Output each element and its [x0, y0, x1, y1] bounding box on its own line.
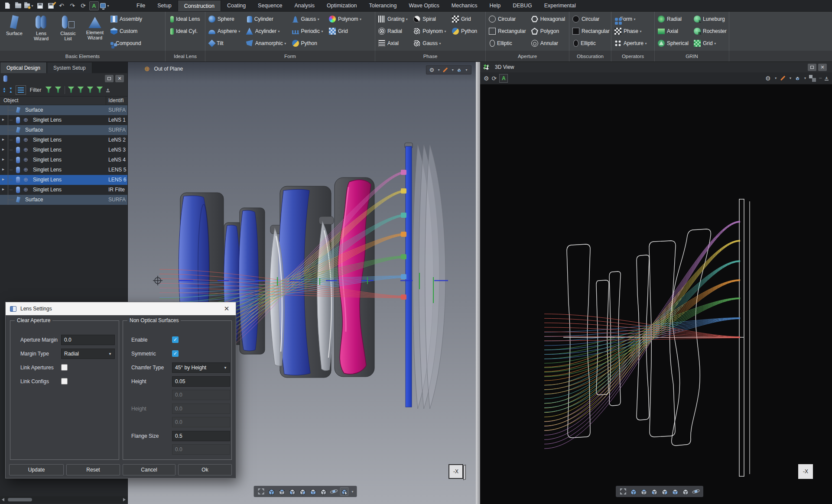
- tree-row-singlet-lens-lens-2[interactable]: ▸⊕Singlet LensLeNS 2: [0, 135, 127, 145]
- menu-item-setup[interactable]: Setup: [151, 0, 178, 11]
- ribbon-button-grin-luneburg[interactable]: Luneburg: [692, 13, 729, 25]
- ok-button[interactable]: Ok: [178, 464, 232, 475]
- view-cube-orbit-icon[interactable]: [329, 487, 338, 496]
- undo-icon[interactable]: ↶: [57, 1, 66, 10]
- reset-button[interactable]: Reset: [66, 464, 120, 475]
- link-apertures-checkbox[interactable]: [61, 364, 68, 371]
- ribbon-button-aperture-polygon[interactable]: Polygon: [529, 25, 568, 37]
- minimize-view-icon[interactable]: −: [819, 75, 822, 81]
- filter-plain-funnel-icon[interactable]: [97, 87, 103, 93]
- filter-comment-funnel-icon[interactable]: [55, 87, 62, 93]
- 3d-axis-orientation-cube[interactable]: -X: [798, 464, 813, 479]
- scroll-right-icon[interactable]: [121, 496, 127, 503]
- filter-clear-icon[interactable]: ▲: [106, 87, 110, 92]
- chevron-down-icon[interactable]: ▼: [405, 18, 408, 21]
- view-cube-select-icon[interactable]: [340, 487, 348, 496]
- aperture-margin-input[interactable]: [61, 335, 115, 345]
- view-cube-fit-icon[interactable]: [619, 487, 627, 496]
- menu-item-tolerancing[interactable]: Tolerancing: [363, 0, 403, 11]
- height-input[interactable]: [172, 376, 230, 387]
- chevron-down-icon[interactable]: ▼: [284, 42, 287, 45]
- ribbon-button-aperture-circular[interactable]: Circular: [487, 13, 529, 25]
- view-cube-top-icon[interactable]: [277, 487, 286, 496]
- view-cube-back-icon[interactable]: [319, 487, 328, 496]
- view-cube-right-icon[interactable]: [298, 487, 307, 496]
- ribbon-button-form-tilt[interactable]: Tilt: [206, 37, 244, 49]
- 3d-refresh-icon[interactable]: ⟳: [492, 75, 497, 81]
- ribbon-button-phase-grid[interactable]: Grid: [450, 13, 480, 25]
- chevron-down-icon[interactable]: ▼: [639, 30, 642, 33]
- tree-row-surface-surfa[interactable]: SurfaceSURFA: [0, 105, 127, 115]
- dialog-title-bar[interactable]: Lens Settings ✕: [6, 302, 236, 315]
- ribbon-button-form-python[interactable]: Python: [290, 37, 327, 49]
- filter-shape-funnel-icon[interactable]: [87, 87, 94, 93]
- ribbon-button-form-periodic[interactable]: Periodic▼: [290, 25, 327, 37]
- 3d-view-maximize-button[interactable]: [808, 64, 816, 71]
- chevron-down-icon[interactable]: ▼: [321, 30, 324, 33]
- ribbon-button-form-cylinder[interactable]: Cylinder: [244, 13, 290, 25]
- scroll-thumb[interactable]: [8, 498, 32, 501]
- menu-item-analysis[interactable]: Analysis: [288, 0, 321, 11]
- ribbon-button-grin-rochester[interactable]: Rochester: [692, 25, 729, 37]
- menu-item-construction[interactable]: Construction: [178, 0, 221, 11]
- 3d-settings-icon[interactable]: ⚙: [484, 75, 489, 81]
- ribbon-button-operators-phase[interactable]: Phase▼: [612, 25, 650, 37]
- menu-item-sequence[interactable]: Sequence: [252, 0, 288, 11]
- tree-row-singlet-lens-lens-4[interactable]: ▸⊕Singlet LensLeNS 4: [0, 155, 127, 165]
- expander-icon[interactable]: ▸: [2, 167, 4, 171]
- tree-row-singlet-lens-lens-3[interactable]: ▸⊕Singlet LensLeNS 3: [0, 145, 127, 155]
- chevron-down-icon[interactable]: ▼: [644, 42, 647, 45]
- ribbon-button-aperture-rectangular[interactable]: Rectangular: [487, 25, 529, 37]
- ribbon-button-phase-grating[interactable]: Grating▼: [376, 13, 411, 25]
- menu-item-mechanics[interactable]: Mechanics: [445, 0, 484, 11]
- ribbon-button-basic-elements-compound[interactable]: Compound: [108, 37, 145, 49]
- ribbon-button-classic-list[interactable]: Classic List: [55, 13, 81, 49]
- 3d-ray-style-icon[interactable]: [780, 76, 785, 81]
- menu-item-file[interactable]: File: [130, 0, 151, 11]
- view-cube-left-icon[interactable]: [650, 487, 659, 496]
- enable-checkbox[interactable]: ✓: [172, 336, 179, 343]
- open-recent-icon[interactable]: ▼: [24, 1, 34, 10]
- refresh-icon[interactable]: ⟳: [78, 1, 88, 10]
- ribbon-button-ideal-lens-ideal-lens[interactable]: Ideal Lens: [166, 13, 203, 25]
- save-icon[interactable]: [35, 1, 45, 10]
- ribbon-button-phase-spiral[interactable]: Spiral: [411, 13, 450, 25]
- chevron-down-icon[interactable]: ▼: [439, 42, 442, 45]
- chevron-down-icon[interactable]: ▼: [359, 18, 362, 21]
- menu-item-coating[interactable]: Coating: [221, 0, 252, 11]
- ribbon-button-aperture-elliptic[interactable]: Elliptic: [487, 37, 529, 49]
- chamfer-type-select[interactable]: 45° by Height▼: [172, 362, 230, 373]
- ribbon-button-basic-elements-assembly[interactable]: Assembly: [108, 13, 145, 25]
- ribbon-button-element-wizard[interactable]: Element Wizard: [81, 13, 108, 49]
- panel-maximize-button[interactable]: [105, 75, 114, 82]
- ribbon-button-basic-elements-custom[interactable]: Custom: [108, 25, 145, 37]
- expander-icon[interactable]: ▸: [2, 137, 4, 142]
- list-view-icon[interactable]: [16, 85, 26, 95]
- ribbon-button-aperture-annular[interactable]: Annular: [529, 37, 568, 49]
- margin-type-select[interactable]: Radial▼: [61, 349, 115, 359]
- ribbon-button-obscuration-rectangular[interactable]: Rectangular: [570, 25, 611, 37]
- add-view-icon[interactable]: [809, 75, 816, 82]
- open-file-icon[interactable]: [13, 1, 23, 10]
- view-cube-left-icon[interactable]: [288, 487, 296, 496]
- expander-icon[interactable]: ▸: [2, 147, 4, 152]
- detach-view-icon[interactable]: ▲: [825, 76, 829, 81]
- filter-element-funnel-icon[interactable]: [78, 87, 84, 93]
- panel-close-button[interactable]: ✕: [115, 75, 124, 82]
- ribbon-button-operators-form[interactable]: Form▼: [612, 13, 650, 25]
- view-cube-bottom-icon[interactable]: [671, 487, 679, 496]
- axis-orientation-cube[interactable]: -X: [448, 464, 463, 479]
- update-button[interactable]: Update: [9, 464, 64, 475]
- tab-optical-design[interactable]: Optical Design: [0, 62, 47, 73]
- view-cube-all-icon[interactable]: [267, 487, 276, 496]
- tree-row-surface-surfa[interactable]: SurfaceSURFA: [0, 125, 127, 135]
- view-cube-top-icon[interactable]: [640, 487, 648, 496]
- viewport-settings-icon[interactable]: ⚙: [429, 67, 435, 73]
- save-as-icon[interactable]: [46, 1, 55, 10]
- menu-item-debug[interactable]: DEBUG: [507, 0, 538, 11]
- redo-icon[interactable]: ↷: [68, 1, 77, 10]
- chevron-down-icon[interactable]: ▼: [633, 18, 636, 21]
- ribbon-button-grin-spherical[interactable]: Spherical: [656, 37, 692, 49]
- column-identifier[interactable]: Identifi: [108, 97, 124, 103]
- ribbon-button-grin-radial[interactable]: Radial: [656, 13, 692, 25]
